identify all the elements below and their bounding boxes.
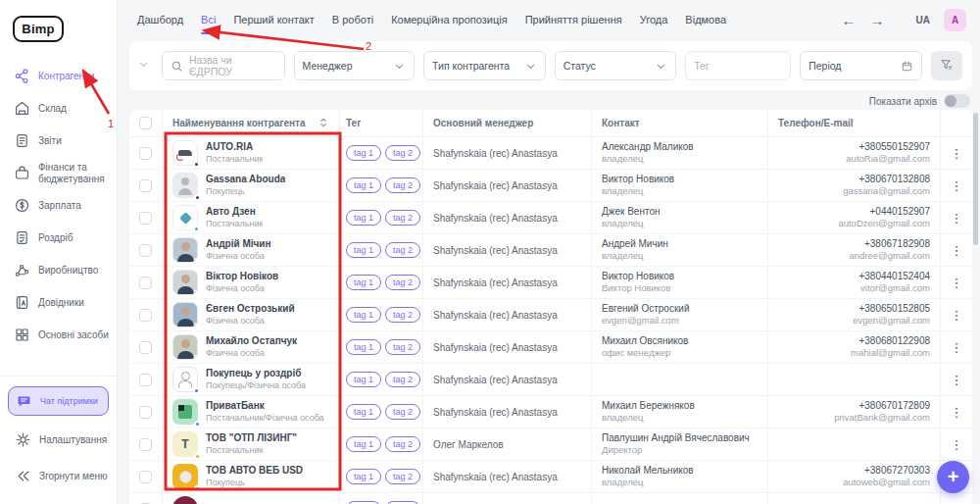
contractor-name-cell[interactable]: Авто ДзенПостачальник [163,202,340,233]
tag-pill[interactable]: tag 2 [385,210,420,226]
tag-input[interactable]: Тег [685,51,791,80]
manager-dropdown[interactable]: Менеджер [294,51,416,80]
tag-pill[interactable]: tag 1 [346,275,381,290]
row-checkbox[interactable] [139,244,152,257]
tag-pill[interactable]: tag 2 [385,242,420,258]
row-checkbox[interactable] [139,147,152,160]
table-row[interactable]: T ТОВ "ОТП ЛІЗИНГ"Постачальник tag 1tag … [129,428,972,461]
row-checkbox[interactable] [139,309,152,322]
table-row[interactable]: Євген ОстрозькийФізична особа tag 1tag 2… [129,299,972,331]
add-contractor-button[interactable]: + [937,461,969,493]
tab[interactable]: Перший контакт [233,14,314,25]
sidebar-item[interactable]: Довідники [13,286,117,319]
period-picker[interactable]: Період [800,51,922,80]
table-row[interactable]: Віктор НовіковФізична особа tag 1tag 2 S… [129,267,972,299]
sidebar-item[interactable]: Згорнути меню [8,460,109,492]
kebab-menu-icon[interactable]: ⋮ [951,276,963,290]
sidebar-item[interactable]: Роздріб [13,222,117,254]
table-row[interactable]: ТОВ АВТО ВЕБ USDПокупець tag 1tag 2 Shaf… [129,461,972,493]
tag-pill[interactable]: tag 2 [385,177,420,193]
table-row[interactable]: ПриватБанкПостачальник/Фізична особа tag… [129,396,972,428]
tab[interactable]: Прийняття рішення [525,14,622,25]
table-row[interactable]: Gassana AboudaПокупець tag 1tag 2 Shafyn… [129,170,972,202]
tag-pill[interactable]: tag 2 [385,404,420,420]
sort-icon[interactable] [318,117,329,130]
back-arrow-icon[interactable]: ← [842,13,857,27]
tab[interactable]: Відмова [685,14,726,25]
contractor-name-cell[interactable]: ТОВ АВТО ВЕБ USDПокупець [163,461,340,492]
sidebar-item[interactable]: Контрагенти [13,60,117,92]
kebab-menu-icon[interactable]: ⋮ [951,373,963,387]
tag-pill[interactable]: tag 1 [346,339,381,355]
tab[interactable]: Комерційна пропозиція [391,14,508,25]
row-checkbox[interactable] [139,374,152,386]
tag-pill[interactable]: tag 2 [385,436,420,452]
sidebar-item[interactable]: Звіти [13,125,117,157]
archive-toggle-switch[interactable] [944,94,970,108]
tag-pill[interactable]: tag 1 [346,404,381,420]
contractor-name-cell[interactable]: Євген ОстрозькийФізична особа [163,299,340,330]
table-row[interactable]: AUTO.RIAПостачальник tag 1tag 2 Shafynsk… [129,137,972,170]
header-name[interactable]: Найменування контрагента [163,110,340,136]
row-checkbox[interactable] [139,212,152,225]
contractor-name-cell[interactable]: Михайло ОстапчукФізична особа [163,331,340,363]
contractor-name-cell[interactable]: ПриватБанкПостачальник/Фізична особа [163,396,340,428]
kebab-menu-icon[interactable]: ⋮ [951,308,963,323]
sidebar-item[interactable]: Фінанси та бюджетування [13,157,117,189]
filters-collapse-chevron-icon[interactable] [137,57,153,75]
sidebar-item[interactable]: Зарплата [13,189,117,222]
sidebar-item[interactable]: Чат підтримки [8,386,109,416]
status-dropdown[interactable]: Статус [555,51,677,80]
row-checkbox[interactable] [139,341,152,354]
sidebar-item[interactable]: Основні засоби [13,319,117,351]
tag-pill[interactable]: tag 1 [346,145,381,161]
row-checkbox[interactable] [139,406,152,419]
kebab-menu-icon[interactable]: ⋮ [951,405,963,420]
table-row[interactable]: Михайло ОстапчукФізична особа tag 1tag 2… [129,331,972,364]
kebab-menu-icon[interactable]: ⋮ [951,146,963,161]
row-checkbox[interactable] [139,438,152,451]
tag-pill[interactable]: tag 1 [346,469,381,484]
sidebar-item[interactable]: Склад [13,92,117,125]
tag-pill[interactable]: tag 2 [385,339,420,355]
contractor-name-cell[interactable]: Покупець у роздрібПокупець/Фізична особа [163,364,340,395]
select-all-checkbox[interactable] [139,117,152,129]
contractor-name-cell[interactable]: Gassana AboudaПокупець [163,170,340,201]
row-checkbox[interactable] [139,277,152,289]
contractor-name-cell[interactable]: T ТОВ "ОТП ЛІЗИНГ"Постачальник [163,428,340,460]
kebab-menu-icon[interactable]: ⋮ [951,437,963,452]
kebab-menu-icon[interactable]: ⋮ [951,340,963,355]
language-switcher[interactable]: UA [916,15,930,25]
sidebar-item[interactable]: Налаштування [8,424,109,456]
tag-pill[interactable]: tag 2 [385,469,420,484]
contractor-name-cell[interactable]: AUTO.RIAПостачальник [163,137,340,169]
tab[interactable]: Угода [640,14,668,25]
forward-arrow-icon[interactable]: → [870,13,885,27]
tag-pill[interactable]: tag 2 [385,145,420,161]
tab[interactable]: Дашборд [137,14,183,25]
tag-pill[interactable]: tag 1 [346,177,381,193]
user-avatar[interactable]: A [944,9,966,31]
tag-pill[interactable]: tag 1 [346,307,381,323]
contractor-type-dropdown[interactable]: Тип контрагента [423,51,546,80]
tag-pill[interactable]: tag 2 [385,275,420,290]
contractor-name-cell[interactable]: Андрій МічинФізична особа [163,234,340,266]
row-checkbox[interactable] [139,471,152,483]
tab[interactable]: Всі [201,14,216,25]
tag-pill[interactable]: tag 1 [346,242,381,258]
contractor-name-cell[interactable]: Віктор НовіковФізична особа [163,267,340,298]
clear-filters-button[interactable] [931,51,962,80]
vertical-scrollbar[interactable] [973,113,978,245]
tag-pill[interactable]: tag 2 [385,372,420,387]
tag-pill[interactable]: tag 1 [346,436,381,452]
tag-pill[interactable]: tag 1 [346,372,381,387]
sidebar-item[interactable]: Виробництво [13,254,117,286]
kebab-menu-icon[interactable]: ⋮ [951,178,963,193]
contractor-name-cell[interactable]: ТОВ АвтоПро [163,493,340,504]
kebab-menu-icon[interactable]: ⋮ [951,211,963,226]
table-row[interactable]: Покупець у роздрібПокупець/Фізична особа… [129,364,972,396]
kebab-menu-icon[interactable]: ⋮ [951,243,963,258]
table-row[interactable]: ТОВ АвтоПро tag 1tag 2 Михаил Волошин +3… [129,493,972,504]
tag-pill[interactable]: tag 2 [385,307,420,323]
search-input[interactable]: Назва чи ЄДРПОУ [162,51,285,80]
